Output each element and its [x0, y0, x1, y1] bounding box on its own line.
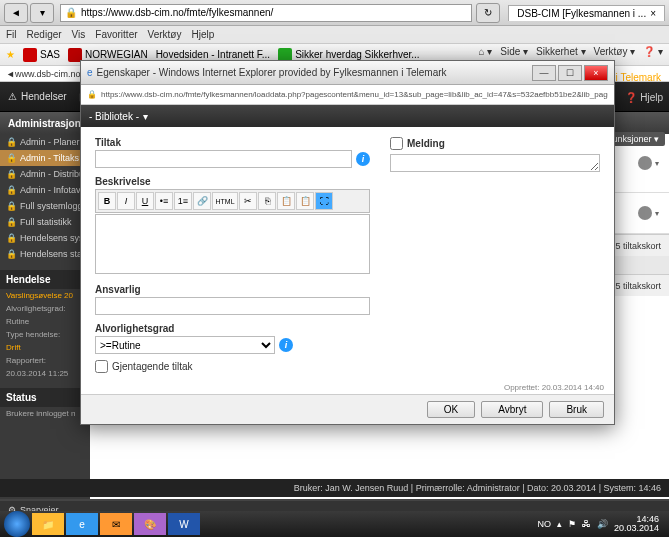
- forward-button[interactable]: ▾: [30, 3, 54, 23]
- status-right: Bruker: Jan W. Jensen Ruud | Primærrolle…: [294, 483, 661, 493]
- verktoy-menu[interactable]: Verktøy ▾: [594, 46, 636, 57]
- lock-icon: 🔒: [87, 90, 97, 99]
- refresh-button[interactable]: ↻: [476, 3, 500, 23]
- sidebar-hendelsens-sys[interactable]: 🔒Hendelsens sys: [0, 230, 90, 246]
- melding-input[interactable]: [390, 154, 600, 172]
- help-icon: ❓: [625, 92, 637, 103]
- gear-icon[interactable]: [638, 206, 652, 220]
- taskbar-outlook[interactable]: ✉: [100, 513, 132, 535]
- status-title: Status: [0, 388, 90, 407]
- chevron-down-icon: ▾: [143, 111, 148, 122]
- menu-hjelp[interactable]: Hjelp: [191, 29, 214, 40]
- gjentagende-checkbox[interactable]: [95, 360, 108, 373]
- taskbar-explorer[interactable]: 📁: [32, 513, 64, 535]
- system-tray[interactable]: NO ▴ ⚑ 🖧 🔊 14:46 20.03.2014: [537, 515, 665, 533]
- sidebar-systemlogg[interactable]: 🔒Full systemlogg: [0, 198, 90, 214]
- hendelse-rapp: 20.03.2014 11:25: [0, 367, 90, 380]
- lock-icon: 🔒: [6, 185, 17, 195]
- hendelse-name: Varslingsøvelse 20: [0, 289, 90, 302]
- dialog-title-bar[interactable]: e Egenskaper - Windows Internet Explorer…: [81, 61, 614, 85]
- underline-button[interactable]: U: [136, 192, 154, 210]
- tray-lang[interactable]: NO: [537, 519, 551, 529]
- paste-button[interactable]: 📋: [277, 192, 295, 210]
- tray-date: 20.03.2014: [614, 524, 659, 533]
- dialog-tab[interactable]: - Bibliotek - ▾: [81, 105, 614, 127]
- sidebar-statistikk[interactable]: 🔒Full statistikk: [0, 214, 90, 230]
- copy-button[interactable]: ⎘: [258, 192, 276, 210]
- ansvarlig-input[interactable]: [95, 297, 370, 315]
- bold-button[interactable]: B: [98, 192, 116, 210]
- menu-fil[interactable]: Fil: [6, 29, 17, 40]
- alv-select[interactable]: >=Rutine: [95, 336, 275, 354]
- sidebar-admin-infotavl[interactable]: 🔒Admin - Infotavl: [0, 182, 90, 198]
- start-button[interactable]: [4, 511, 30, 537]
- hendelse-alv-label: Alvorlighetsgrad:: [0, 302, 90, 315]
- hendelser-tab[interactable]: ⚠ Hendelser: [8, 91, 67, 102]
- menu-vis[interactable]: Vis: [72, 29, 86, 40]
- hjelp-link[interactable]: ❓Hjelp: [625, 92, 663, 103]
- melding-checkbox[interactable]: [390, 137, 403, 150]
- melding-label: Melding: [407, 138, 445, 149]
- sidebar-admin-tiltaks[interactable]: 🔒Admin - Tiltaks: [0, 150, 90, 166]
- tray-up-icon[interactable]: ▴: [557, 519, 562, 529]
- bullets-button[interactable]: •≡: [155, 192, 173, 210]
- dialog-body: Tiltak i Beskrivelse B I U •≡ 1≡ 🔗 HTML …: [81, 127, 614, 381]
- menu-favoritter[interactable]: Favoritter: [95, 29, 137, 40]
- help-menu[interactable]: ❓ ▾: [643, 46, 663, 57]
- sidebar-hendelsens-sta[interactable]: 🔒Hendelsens sta: [0, 246, 90, 262]
- ok-button[interactable]: OK: [427, 401, 475, 418]
- taskbar-word[interactable]: W: [168, 513, 200, 535]
- url-bar[interactable]: 🔒 https://www.dsb-cim.no/fmte/fylkesmann…: [60, 4, 472, 22]
- app-status-bar: Bruker: Jan W. Jensen Ruud | Primærrolle…: [0, 479, 669, 497]
- gear-icon[interactable]: [638, 156, 652, 170]
- menu-rediger[interactable]: Rediger: [27, 29, 62, 40]
- browser-tab[interactable]: DSB-CIM [Fylkesmannen i ... ×: [508, 5, 665, 21]
- html-button[interactable]: HTML: [212, 192, 238, 210]
- dialog-footer: OK Avbryt Bruk: [81, 394, 614, 424]
- sidebar: 🔒Admin - Planer 🔒Admin - Tiltaks 🔒Admin …: [0, 134, 90, 499]
- url-text: https://www.dsb-cim.no/fmte/fylkesmannen…: [81, 7, 273, 18]
- close-tab-icon[interactable]: ×: [650, 8, 656, 19]
- fullscreen-button[interactable]: ⛶: [315, 192, 333, 210]
- sidebar-admin-distribu[interactable]: 🔒Admin - Distribu: [0, 166, 90, 182]
- chevron-down-icon[interactable]: ▾: [655, 159, 659, 168]
- sidebar-admin-planer[interactable]: 🔒Admin - Planer: [0, 134, 90, 150]
- beskrivelse-label: Beskrivelse: [95, 176, 370, 187]
- browser-toolbar-right: ⌂ ▾ Side ▾ Sikkerhet ▾ Verktøy ▾ ❓ ▾: [478, 46, 663, 57]
- tiltaks-count: 5 tiltakskort: [615, 241, 661, 251]
- taskbar-ie[interactable]: e: [66, 513, 98, 535]
- ansvarlig-label: Ansvarlig: [95, 284, 370, 295]
- sas-icon: [23, 48, 37, 62]
- sikkerhet-menu[interactable]: Sikkerhet ▾: [536, 46, 585, 57]
- link-button[interactable]: 🔗: [193, 192, 211, 210]
- home-icon[interactable]: ⌂ ▾: [478, 46, 492, 57]
- bookmark-hovedsiden[interactable]: Hovedsiden - Intranett F...: [156, 49, 271, 60]
- minimize-button[interactable]: —: [532, 65, 556, 81]
- close-button[interactable]: ×: [584, 65, 608, 81]
- tray-sound-icon[interactable]: 🔊: [597, 519, 608, 529]
- favorites-star-icon[interactable]: ★: [6, 49, 15, 60]
- ie-icon: e: [87, 67, 93, 78]
- menu-verktoy[interactable]: Verktøy: [148, 29, 182, 40]
- tray-flag-icon[interactable]: ⚑: [568, 519, 576, 529]
- lock-icon: 🔒: [65, 7, 77, 18]
- italic-button[interactable]: I: [117, 192, 135, 210]
- bookmark-sas[interactable]: SAS: [23, 48, 60, 62]
- tittak-input[interactable]: [95, 150, 352, 168]
- lock-icon: 🔒: [6, 249, 17, 259]
- dialog-url-bar[interactable]: 🔒 https://www.dsb-cim.no/fmte/fylkesmann…: [81, 85, 614, 105]
- back-button[interactable]: ◄: [4, 3, 28, 23]
- side-menu[interactable]: Side ▾: [500, 46, 528, 57]
- maximize-button[interactable]: ☐: [558, 65, 582, 81]
- paste2-button[interactable]: 📋: [296, 192, 314, 210]
- cut-button[interactable]: ✂: [239, 192, 257, 210]
- info-icon[interactable]: i: [279, 338, 293, 352]
- avbryt-button[interactable]: Avbryt: [481, 401, 543, 418]
- beskrivelse-input[interactable]: [95, 214, 370, 274]
- info-icon[interactable]: i: [356, 152, 370, 166]
- bruk-button[interactable]: Bruk: [549, 401, 604, 418]
- chevron-down-icon[interactable]: ▾: [655, 209, 659, 218]
- numbered-button[interactable]: 1≡: [174, 192, 192, 210]
- taskbar-app[interactable]: 🎨: [134, 513, 166, 535]
- tray-network-icon[interactable]: 🖧: [582, 519, 591, 529]
